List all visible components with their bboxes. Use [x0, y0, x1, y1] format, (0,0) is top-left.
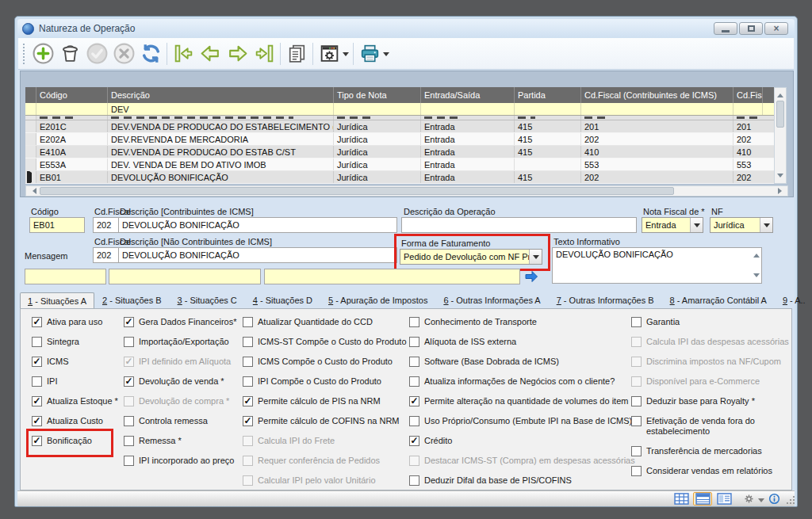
grid-cell[interactable]: 553 — [581, 158, 733, 170]
filter-cell[interactable] — [421, 103, 515, 115]
grid-cell[interactable]: E202A — [36, 133, 108, 145]
nota-fiscal-de-select[interactable]: Entrada — [642, 217, 703, 233]
checkbox-permite-altera-o-na-quantidade-de-volumes-do-item[interactable]: ✓Permite alteração na quantidade de volu… — [409, 396, 635, 406]
refresh-button[interactable] — [137, 40, 164, 67]
checkbox-deduzir-difal-da-base-de-pis-cofins[interactable]: Deduzir Difal da base de PIS/COFINS — [409, 475, 635, 486]
view-form-button[interactable] — [714, 492, 733, 506]
checkbox-atualiza-estoque[interactable]: ✓Atualiza Estoque * — [32, 396, 118, 406]
toolbar-grip[interactable] — [23, 44, 26, 64]
filter-cell[interactable] — [515, 103, 581, 115]
grid-cell[interactable]: Entrada — [421, 158, 515, 170]
grid-cell[interactable]: 201 — [581, 120, 733, 132]
view-split-button[interactable] — [693, 492, 712, 506]
grid-vertical-scrollbar[interactable] — [774, 87, 787, 184]
grid-cell[interactable]: EB01 — [36, 171, 108, 183]
grid-cell[interactable]: DEV. VENDA DE BEM DO ATIVO IMOB — [108, 158, 334, 170]
print-button[interactable] — [356, 40, 391, 67]
column-header-partida[interactable]: Partida — [515, 87, 581, 103]
codigo-field[interactable] — [29, 217, 85, 233]
grid-cell[interactable]: 201 — [733, 120, 763, 132]
tab-2-situa-es-b[interactable]: 2 - Situações B — [94, 292, 170, 308]
grid-cell[interactable]: 553 — [733, 158, 763, 170]
copy-button[interactable] — [283, 40, 310, 67]
checkbox-permite-c-lculo-de-cofins-na-nrm[interactable]: ✓Permite cálculo de COFINS na NRM — [243, 416, 407, 426]
grid-cell[interactable]: Entrada — [421, 146, 515, 158]
grid-row-e202a[interactable]: E202ADEV.REVENDA DE MERCADORIAJurídicaEn… — [25, 133, 776, 146]
maximize-button[interactable] — [739, 22, 763, 35]
checkbox-icms-comp-e-o-custo-do-produto[interactable]: ICMS Compõe o Custo do Produto — [243, 357, 407, 367]
grid-cell[interactable]: Jurídica — [334, 120, 421, 132]
tab-1-situa-es-a[interactable]: 1 - Situações A — [20, 292, 94, 309]
checkbox-permite-c-lculo-de-pis-na-nrm[interactable]: ✓Permite cálculo de PIS na NRM — [243, 396, 407, 406]
grid-cell[interactable]: 202 — [733, 171, 763, 183]
scroll-left-icon[interactable] — [26, 186, 39, 196]
last-record-button[interactable] — [251, 40, 278, 67]
grid-cell[interactable]: 202 — [581, 133, 733, 145]
tab-3-situa-es-c[interactable]: 3 - Situações C — [170, 292, 245, 308]
checkbox-ipi-incorporado-ao-pre-o[interactable]: IPI incorporado ao preço — [124, 456, 237, 466]
view-grid-button[interactable] — [672, 492, 691, 506]
filter-cell[interactable] — [733, 103, 763, 115]
grid-cell[interactable]: 410 — [733, 146, 763, 158]
options-button[interactable] — [316, 40, 350, 67]
dropdown-caret-icon[interactable] — [383, 52, 389, 59]
grid-cell[interactable]: Entrada — [421, 171, 515, 183]
scroll-down-icon[interactable] — [753, 273, 760, 280]
tab-5-apura-o-de-impostos[interactable]: 5 - Apuração de Impostos — [320, 292, 435, 308]
grid-row-e410a[interactable]: E410ADEV.VENDA DE PRODUCAO DO ESTAB C/ST… — [25, 146, 776, 158]
close-button[interactable]: × — [764, 22, 788, 35]
filter-cell[interactable]: DEV — [108, 103, 334, 115]
resize-grip[interactable] — [786, 495, 795, 505]
tab-6-outras-informa-es-a[interactable]: 6 - Outras Informações A — [435, 292, 548, 308]
column-header-descri-o[interactable]: Descrição — [108, 87, 334, 103]
tab-8-amarra-o-cont-bil-a[interactable]: 8 - Amarração Contábil A — [662, 292, 775, 308]
minimize-button[interactable] — [714, 22, 737, 35]
delete-button[interactable] — [56, 40, 83, 67]
grid-cell[interactable]: DEV.VENDA DE PRODUCAO DO ESTABELECIMENTO… — [108, 120, 334, 132]
desc-contrib-field[interactable] — [118, 217, 397, 233]
grid-cell[interactable]: E553A — [36, 158, 108, 170]
grid-cell[interactable]: Jurídica — [334, 146, 421, 158]
grid-cell[interactable]: 202 — [733, 133, 763, 145]
grid-filter-row[interactable]: DEV — [25, 103, 776, 116]
apply-arrow-icon[interactable] — [524, 269, 538, 284]
scroll-up-icon[interactable] — [753, 250, 760, 258]
checkbox-software-base-dobrada-de-icms[interactable]: Software (Base Dobrada de ICMS) — [409, 357, 635, 367]
column-header-cd-fiscal-contribuintes-de-icms[interactable]: Cd.Fiscal (Contribuintes de ICMS) — [581, 87, 733, 103]
chevron-down-icon[interactable] — [760, 218, 772, 232]
grid-cell[interactable]: DEV.VENDA DE PRODUCAO DO ESTAB C/ST — [108, 146, 334, 158]
grid-horizontal-scrollbar[interactable] — [25, 185, 788, 197]
filter-cell[interactable] — [334, 103, 421, 115]
nf-select[interactable]: Jurídica — [710, 217, 773, 233]
column-header-tipo-de-nota[interactable]: Tipo de Nota — [334, 87, 421, 103]
texto-informativo-field[interactable]: DEVOLUÇÃO BONIFICAÇÃO — [552, 247, 762, 284]
checkbox-deduzir-base-para-royalty[interactable]: Deduzir base para Royalty * — [631, 396, 789, 406]
grid-cell[interactable]: E201C — [36, 120, 108, 132]
checkbox-icms[interactable]: ✓ICMS — [32, 357, 118, 367]
scroll-up-icon[interactable] — [775, 88, 786, 100]
add-button[interactable] — [29, 40, 56, 67]
next-record-button[interactable] — [224, 40, 251, 67]
checkbox-remessa[interactable]: Remessa * — [124, 436, 237, 446]
column-header-c-digo[interactable]: Código — [36, 87, 108, 103]
tab-9-a[interactable]: 9 - A.. — [775, 292, 812, 308]
checkbox-efetiva-o-de-venda-fora-do-estabelecimento[interactable]: Efetivação de venda fora do estabelecime… — [631, 416, 789, 437]
grid-cell[interactable]: 415 — [515, 120, 581, 132]
scroll-right-icon[interactable] — [775, 186, 787, 196]
grid-cell[interactable]: Jurídica — [334, 158, 421, 170]
checkbox-uso-pr-prio-consumo-embute-ipi-na-base-de-icms[interactable]: Uso Próprio/Consumo (Embute IPI na Base … — [409, 416, 635, 426]
horizontal-scroll-thumb[interactable] — [40, 187, 674, 195]
mensagem-field-1[interactable] — [25, 269, 106, 284]
checkbox-ativa-para-uso[interactable]: ✓Ativa para uso — [32, 317, 118, 327]
grid-cell[interactable]: E410A — [36, 146, 108, 158]
grid-row-eb01[interactable]: EB01DEVOLUÇÃO BONIFICAÇÃOJurídicaEntrada… — [25, 171, 776, 184]
checkbox-bonifica-o[interactable]: ✓Bonificação — [32, 436, 118, 446]
column-header-entrada-sa-da[interactable]: Entrada/Saída — [421, 87, 515, 103]
chevron-down-icon[interactable] — [690, 218, 703, 232]
grid-cell[interactable]: DEVOLUÇÃO BONIFICAÇÃO — [108, 171, 334, 183]
grid-cell[interactable]: Entrada — [421, 133, 515, 145]
grid-row-e201c[interactable]: E201CDEV.VENDA DE PRODUCAO DO ESTABELECI… — [25, 120, 776, 133]
checkbox-conhecimento-de-transporte[interactable]: Conhecimento de Transporte — [409, 317, 635, 327]
grid-cell[interactable]: Jurídica — [334, 133, 421, 145]
first-record-button[interactable] — [170, 40, 197, 67]
